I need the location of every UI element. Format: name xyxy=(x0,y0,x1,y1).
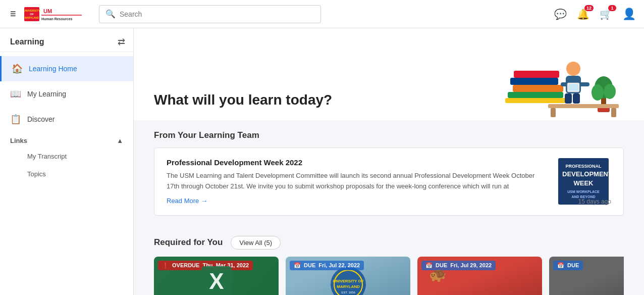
due-label-3: DUE xyxy=(567,262,579,268)
user-icon: 👤 xyxy=(622,8,636,21)
svg-rect-26 xyxy=(551,108,556,117)
sidebar-item-learning-home[interactable]: 🏠 Learning Home xyxy=(0,56,133,81)
book-icon: 📖 xyxy=(10,88,21,100)
course-card-photo3[interactable]: 📅 DUE xyxy=(549,257,624,295)
announcement-body: Professional Development Week 2022 The U… xyxy=(167,158,548,205)
app-layout: Learning ⇄ 🏠 Learning Home 📖 My Learning… xyxy=(0,28,644,295)
search-bar[interactable]: 🔍 xyxy=(99,5,321,23)
svg-rect-8 xyxy=(510,78,558,85)
due-date-1: Fri, Jul 22, 2022 xyxy=(318,262,360,268)
due-label-1: DUE xyxy=(304,262,315,268)
svg-point-22 xyxy=(592,84,604,101)
arrow-right-icon: → xyxy=(201,197,207,205)
svg-text:X: X xyxy=(209,269,224,293)
view-all-button[interactable]: View All (5) xyxy=(231,236,281,250)
due-badge-1: 📅 DUE Fri, Jul 22, 2022 xyxy=(290,261,364,270)
announcement-text: The USM Learning and Talent Development … xyxy=(167,171,548,192)
required-section: Required for You View All (5) ❗ OVERDUE … xyxy=(134,226,644,295)
svg-rect-11 xyxy=(505,98,566,103)
overdue-label: OVERDUE xyxy=(172,262,199,268)
hero-section: What will you learn today? xyxy=(134,28,644,120)
svg-text:MARYLAND: MARYLAND xyxy=(337,284,360,289)
pdw-logo-line2: DEVELOPMENT WEEK xyxy=(562,170,605,188)
sidebar-item-label-discover: Discover xyxy=(27,115,55,123)
sidebar-item-label-my-learning: My Learning xyxy=(27,90,66,98)
svg-rect-25 xyxy=(548,104,619,108)
cart-badge: 1 xyxy=(608,5,616,11)
hero-svg xyxy=(482,44,624,120)
svg-rect-9 xyxy=(514,71,559,78)
sidebar-nav: 🏠 Learning Home 📖 My Learning 📋 Discover… xyxy=(0,52,133,187)
hero-title: What will you learn today? xyxy=(154,92,332,120)
svg-rect-27 xyxy=(611,108,616,117)
announcement-timestamp: 15 days ago xyxy=(578,198,611,205)
sidebar-item-topics[interactable]: Topics xyxy=(0,165,133,183)
read-more-label: Read More xyxy=(167,197,199,205)
search-input[interactable] xyxy=(120,10,314,18)
exclamation-icon: ❗ xyxy=(162,262,169,269)
svg-text:Human Resources: Human Resources xyxy=(41,17,73,21)
svg-text:UNIVERSITY: UNIVERSITY xyxy=(24,9,40,12)
search-icon: 🔍 xyxy=(105,9,116,19)
svg-text:EST. 1856: EST. 1856 xyxy=(341,291,355,294)
topnav-actions: 💬 🔔 12 🛒 1 👤 xyxy=(554,8,636,21)
menu-icon: ☰ xyxy=(10,10,16,18)
notification-badge: 12 xyxy=(584,5,594,11)
chat-icon: 💬 xyxy=(554,8,567,20)
course-cards-row: ❗ OVERDUE Thu, Mar 31, 2022 X Excel xyxy=(154,257,624,295)
svg-point-23 xyxy=(604,84,616,99)
home-icon: 🏠 xyxy=(12,63,23,74)
svg-rect-15 xyxy=(578,82,589,86)
hero-text: What will you learn today? xyxy=(154,92,332,120)
calendar-icon-3: 📅 xyxy=(557,262,564,269)
pdw-logo-line3: USM WORKPLACE xyxy=(562,189,605,194)
sidebar: Learning ⇄ 🏠 Learning Home 📖 My Learning… xyxy=(0,28,134,295)
sidebar-item-discover[interactable]: 📋 Discover xyxy=(0,107,133,132)
required-title: Required for You xyxy=(154,237,223,248)
course-card-photo1[interactable]: 📅 DUE Fri, Jul 22, 2022 UNIVERSITY OF MA… xyxy=(286,257,410,295)
sidebar-links-section[interactable]: Links ▲ xyxy=(0,132,133,148)
sidebar-item-my-transcript[interactable]: My Transcript xyxy=(0,148,133,165)
university-logo: UNIVERSITY OF MARYLAND UM Human Resource… xyxy=(24,5,85,23)
chevron-up-icon: ▲ xyxy=(117,137,123,144)
announcement-card: Professional Development Week 2022 The U… xyxy=(154,148,624,216)
svg-rect-19 xyxy=(568,84,578,91)
read-more-link[interactable]: Read More → xyxy=(167,197,207,205)
course-card-photo2[interactable]: 📅 DUE Fri, Jul 29, 2022 🐢 xyxy=(417,257,542,295)
learning-team-section: From Your Learning Team Professional Dev… xyxy=(134,120,644,226)
sidebar-item-label-learning-home: Learning Home xyxy=(29,65,77,73)
excel-logo: X xyxy=(199,264,234,295)
course-card-excel[interactable]: ❗ OVERDUE Thu, Mar 31, 2022 X Excel xyxy=(154,257,279,295)
sidebar-item-my-learning[interactable]: 📖 My Learning xyxy=(0,81,133,107)
sidebar-collapse-button[interactable]: ⇄ xyxy=(118,36,125,47)
svg-point-12 xyxy=(566,62,580,76)
announcement-title: Professional Development Week 2022 xyxy=(167,158,548,167)
chat-button[interactable]: 💬 xyxy=(554,8,567,20)
sidebar-header: Learning ⇄ xyxy=(0,28,133,52)
top-navigation: ☰ UNIVERSITY OF MARYLAND UM Human Resour… xyxy=(0,0,644,28)
discover-icon: 📋 xyxy=(10,114,21,125)
sidebar-title: Learning xyxy=(10,37,44,46)
svg-rect-17 xyxy=(573,93,580,104)
notifications-button[interactable]: 🔔 12 xyxy=(577,8,589,20)
profile-button[interactable]: 👤 xyxy=(622,8,636,21)
svg-rect-7 xyxy=(513,85,563,92)
my-transcript-label: My Transcript xyxy=(27,153,67,160)
svg-text:OF: OF xyxy=(30,13,34,16)
hero-illustration xyxy=(482,44,624,120)
links-label: Links xyxy=(10,137,27,144)
menu-button[interactable]: ☰ xyxy=(8,8,18,20)
cart-button[interactable]: 🛒 1 xyxy=(600,8,612,20)
svg-rect-10 xyxy=(508,92,563,98)
due-badge-3: 📅 DUE xyxy=(553,261,583,270)
calendar-icon-1: 📅 xyxy=(294,262,301,269)
learning-team-title: From Your Learning Team xyxy=(154,130,624,140)
svg-rect-16 xyxy=(565,93,572,104)
topics-label: Topics xyxy=(27,170,46,178)
required-header: Required for You View All (5) xyxy=(154,236,624,250)
svg-text:MARYLAND: MARYLAND xyxy=(25,16,39,19)
svg-text:🐢: 🐢 xyxy=(429,266,447,283)
main-content: What will you learn today? xyxy=(134,28,644,295)
svg-text:UM: UM xyxy=(43,8,52,14)
pdw-logo-line1: PROFESSIONAL xyxy=(562,163,605,170)
